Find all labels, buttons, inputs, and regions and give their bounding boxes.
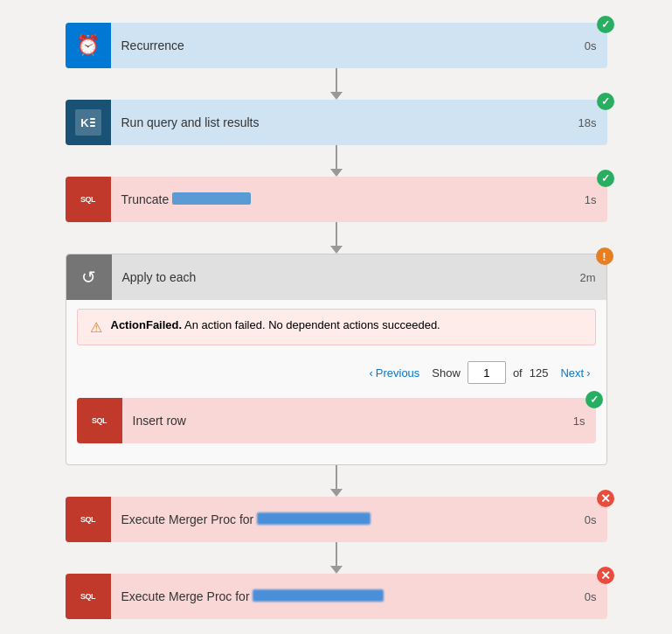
of-label: of — [513, 366, 523, 380]
sql-icon-merger: SQL — [75, 506, 101, 533]
ki-icon: K — [75, 109, 101, 136]
workflow-container: ⏰ Recurrence 0s ✓ K Run query and list r… — [0, 0, 672, 633]
truncate-duration: 1s — [574, 193, 607, 206]
show-label: Show — [432, 366, 461, 380]
sql-icon-truncate: SQL — [75, 186, 101, 212]
arrow-4 — [330, 465, 343, 497]
apply-each-container: ↺ Apply to each 2m ! ⚠ ActionFailed. An … — [66, 254, 607, 465]
recurrence-icon-box: ⏰ — [66, 23, 111, 68]
run-query-step: K Run query and list results 18s ✓ — [66, 100, 607, 145]
recurrence-label: Recurrence — [111, 38, 574, 52]
chevron-right-icon: › — [586, 366, 590, 380]
chevron-left-icon: ‹ — [369, 366, 372, 380]
insert-row-step: SQL Insert row 1s ✓ — [77, 398, 596, 443]
arrow-3 — [330, 222, 343, 254]
pagination-row: ‹ Previous Show of 125 Next › — [66, 354, 606, 391]
execute-merge-step: SQL Execute Merge Proc for 0s ✕ — [66, 574, 607, 619]
insert-row-duration: 1s — [563, 415, 596, 428]
execute-merger-label: Execute Merger Proc for — [111, 512, 574, 526]
arrow-2 — [330, 145, 343, 177]
execute-merge-duration: 0s — [574, 590, 607, 603]
insert-row-status: ✓ — [585, 391, 603, 408]
apply-each-label: Apply to each — [112, 270, 570, 284]
error-banner: ⚠ ActionFailed. An action failed. No dep… — [77, 309, 596, 345]
execute-merge-status: ✕ — [597, 567, 614, 584]
truncate-label: Truncate — [111, 192, 574, 206]
execute-merger-icon-box: SQL — [66, 497, 111, 542]
execute-merger-status: ✕ — [597, 490, 614, 507]
recurrence-icon: ⏰ — [76, 34, 100, 57]
previous-button[interactable]: ‹ Previous — [364, 363, 425, 383]
insert-row-wrapper: SQL Insert row 1s ✓ — [77, 398, 596, 443]
apply-each-header: ↺ Apply to each 2m ! — [66, 254, 606, 300]
insert-row-label: Insert row — [122, 414, 563, 428]
run-query-status: ✓ — [597, 93, 614, 110]
sql-icon-insert: SQL — [87, 408, 113, 434]
execute-merger-duration: 0s — [574, 513, 607, 526]
loop-icon: ↺ — [81, 267, 96, 288]
arrow-5 — [330, 542, 343, 574]
run-query-icon-box: K — [66, 100, 111, 145]
execute-merger-step: SQL Execute Merger Proc for 0s ✕ — [66, 497, 607, 542]
recurrence-duration: 0s — [574, 39, 607, 52]
apply-each-duration: 2m — [569, 271, 606, 284]
sql-icon-merge: SQL — [75, 583, 101, 610]
execute-merge-label: Execute Merge Proc for — [111, 589, 574, 603]
next-button[interactable]: Next › — [555, 363, 595, 383]
truncate-step: SQL Truncate 1s ✓ — [66, 177, 607, 222]
total-pages: 125 — [530, 366, 549, 380]
recurrence-status: ✓ — [597, 16, 614, 33]
truncate-status: ✓ — [597, 170, 614, 187]
run-query-label: Run query and list results — [111, 115, 568, 129]
apply-each-status: ! — [596, 247, 613, 265]
insert-row-icon-box: SQL — [77, 398, 122, 443]
run-query-duration: 18s — [568, 116, 607, 129]
page-input[interactable] — [468, 361, 506, 384]
recurrence-step: ⏰ Recurrence 0s ✓ — [66, 23, 607, 68]
apply-each-icon-box: ↺ — [66, 254, 112, 300]
execute-merge-icon-box: SQL — [66, 574, 111, 619]
truncate-icon-box: SQL — [66, 177, 111, 222]
warning-icon: ⚠ — [90, 319, 102, 336]
error-text: ActionFailed. An action failed. No depen… — [111, 318, 440, 331]
arrow-1 — [330, 68, 343, 100]
